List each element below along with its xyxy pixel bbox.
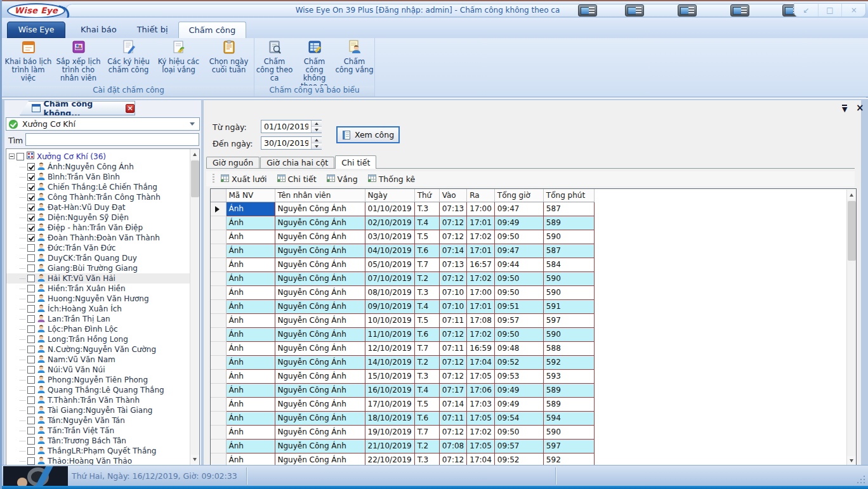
tree-item-employee[interactable]: Chiến Thắng:Lê Chiến Thắng [6, 182, 190, 192]
table-cell[interactable]: 03/10/2019 [365, 230, 414, 244]
employee-checkbox[interactable] [27, 447, 35, 455]
column-header[interactable]: Ngày [365, 189, 414, 202]
tree-item-employee[interactable]: Long:Trần Hồng Long [6, 334, 190, 344]
table-cell[interactable]: 07:13 [439, 202, 467, 216]
toolbar-button-3[interactable]: Vắng [327, 174, 358, 184]
tree-item-employee[interactable]: Tấn:Trần Việt Tấn [6, 426, 190, 436]
row-indicator-cell[interactable] [211, 397, 226, 411]
row-indicator-cell[interactable] [211, 258, 226, 271]
tree-item-employee[interactable]: Quang Thắng:Lê Quang Thắng [6, 385, 190, 395]
table-cell[interactable]: 07:11 [439, 313, 467, 327]
table-cell[interactable]: Ánh [226, 439, 275, 453]
table-cell[interactable]: Nguyễn Công Ánh [275, 425, 365, 439]
ribbon-button-shift-attendance[interactable]: Chấm công theo ca [254, 38, 294, 85]
tree-root-checkbox[interactable] [16, 153, 24, 160]
ribbon-tab-3[interactable]: Chấm công [178, 22, 247, 38]
row-indicator-cell[interactable] [211, 453, 226, 466]
table-cell[interactable]: T.6 [414, 327, 439, 341]
table-cell[interactable]: 09:53 [494, 369, 543, 383]
spin-up-button[interactable] [312, 137, 322, 143]
panel-close-icon[interactable]: × [856, 103, 864, 112]
spin-up-button[interactable] [312, 121, 322, 127]
department-combo[interactable]: Xưởng Cơ Khí [6, 117, 200, 131]
table-cell[interactable]: T.3 [414, 453, 439, 466]
tree-item-employee[interactable]: DuyCK:Trần Quang Duy [6, 253, 190, 263]
table-cell[interactable]: 09:44 [494, 258, 543, 271]
table-cell[interactable]: 17:03 [467, 397, 495, 411]
tree-scroll-thumb[interactable] [191, 160, 199, 197]
table-cell[interactable]: Nguyễn Công Ánh [275, 313, 365, 327]
table-cell[interactable]: Ánh [226, 244, 275, 258]
table-cell[interactable]: 07:12 [439, 425, 467, 439]
table-cell[interactable]: 21/10/2019 [365, 439, 414, 453]
row-indicator-cell[interactable] [211, 216, 226, 230]
tree-item-employee[interactable]: Tài Giang:Nguyễn Tài Giang [6, 405, 190, 415]
row-indicator-cell[interactable] [211, 439, 226, 453]
table-cell[interactable]: 09:50 [494, 285, 543, 299]
employee-checkbox[interactable] [27, 163, 35, 171]
row-indicator-cell[interactable] [211, 411, 226, 425]
table-cell[interactable]: T.7 [414, 258, 439, 271]
device-icon-1[interactable] [578, 4, 597, 16]
table-cell[interactable]: 22/10/2019 [365, 453, 414, 466]
view-tab-3[interactable]: Chi tiết [335, 155, 376, 169]
employee-checkbox[interactable] [27, 356, 35, 363]
row-indicator-cell[interactable] [211, 271, 226, 285]
table-cell[interactable]: Nguyễn Công Ánh [275, 453, 365, 466]
tree-item-employee[interactable]: Hải KT:Vũ Văn Hải [6, 273, 190, 284]
table-cell[interactable]: 597 [543, 439, 594, 453]
table-cell[interactable]: Nguyễn Công Ánh [275, 397, 365, 411]
table-cell[interactable]: 14/10/2019 [365, 355, 414, 369]
tree-item-employee[interactable]: Tân:Trương Bách Tân [6, 436, 190, 446]
tree-item-employee[interactable]: Điệp - hàn:Trần Văn Điệp [6, 223, 190, 233]
table-cell[interactable]: 04/10/2019 [365, 244, 414, 258]
table-cell[interactable]: Nguyễn Công Ánh [275, 244, 365, 258]
ribbon-button-absence-symbols[interactable]: Ký hiệu các loại vắng [154, 38, 204, 85]
table-cell[interactable]: 09:47 [494, 244, 543, 258]
device-icon-4[interactable] [730, 4, 749, 16]
employee-checkbox[interactable] [27, 336, 35, 343]
tree-item-employee[interactable]: Diện:Nguyễn Sỹ Diện [6, 212, 190, 223]
table-cell[interactable]: T.6 [414, 244, 439, 258]
tree-scrollbar[interactable] [190, 149, 199, 465]
ribbon-tab-1[interactable]: Khai báo [70, 22, 127, 38]
table-cell[interactable]: 07:12 [439, 327, 467, 341]
table-cell[interactable]: 16:59 [467, 341, 495, 355]
employee-checkbox[interactable] [27, 457, 35, 465]
column-header[interactable]: Ra [467, 189, 495, 202]
tree-scroll-down-button[interactable] [190, 455, 200, 465]
table-cell[interactable]: 07:12 [439, 271, 467, 285]
table-cell[interactable]: 590 [543, 285, 594, 299]
tree-item-employee[interactable]: Nam:Vũ Văn Nam [6, 355, 190, 365]
from-date-input[interactable] [261, 121, 311, 133]
tree-item-employee[interactable]: Núi:Vũ Văn Núi [6, 365, 190, 375]
table-cell[interactable]: Nguyễn Công Ánh [275, 327, 365, 341]
table-cell[interactable]: Ánh [226, 341, 275, 355]
table-cell[interactable]: 09:49 [494, 397, 543, 411]
table-cell[interactable]: 594 [543, 411, 594, 425]
table-cell[interactable]: T.5 [414, 313, 439, 327]
employee-checkbox[interactable] [27, 183, 35, 191]
table-cell[interactable]: 590 [543, 230, 594, 244]
table-cell[interactable]: T.4 [414, 383, 439, 397]
table-cell[interactable]: 587 [543, 244, 594, 258]
table-cell[interactable]: Nguyễn Công Ánh [275, 439, 365, 453]
toolbar-grip[interactable] [213, 174, 214, 184]
employee-checkbox[interactable] [27, 193, 35, 201]
table-cell[interactable]: 07:12 [439, 230, 467, 244]
table-cell[interactable]: 18/10/2019 [365, 411, 414, 425]
employee-checkbox[interactable] [27, 224, 35, 231]
collapse-expander-icon[interactable] [9, 153, 15, 159]
view-tab-1[interactable]: Giờ nguồn [206, 157, 260, 168]
ribbon-button-absence-attendance[interactable]: Chấm công vắng [334, 38, 374, 85]
table-cell[interactable]: 09/10/2019 [365, 299, 414, 313]
resize-grip[interactable] [856, 474, 866, 485]
column-header[interactable]: Tổng phút [543, 189, 594, 202]
table-cell[interactable]: 17:08 [467, 313, 495, 327]
table-cell[interactable]: 09:48 [494, 341, 543, 355]
table-cell[interactable]: 09:51 [494, 299, 543, 313]
tree-item-employee[interactable]: Ích:Hoàng Xuân Ích [6, 304, 190, 314]
table-cell[interactable]: 589 [543, 383, 594, 397]
tree-item-employee[interactable]: Huong:Nguyễn Văn Hương [6, 294, 190, 304]
table-cell[interactable]: Ánh [226, 216, 275, 230]
